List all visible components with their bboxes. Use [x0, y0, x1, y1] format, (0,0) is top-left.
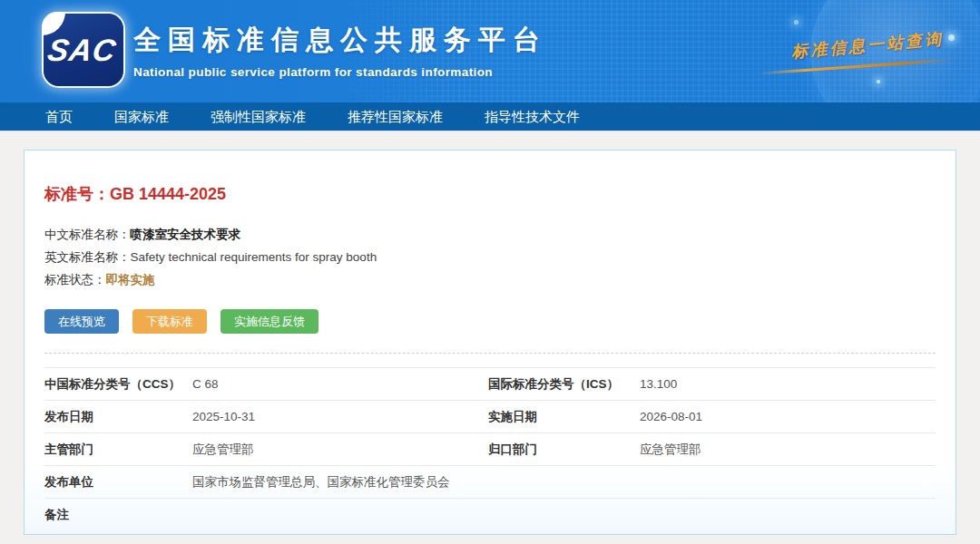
implementation-feedback-button[interactable]: 实施信息反馈 — [220, 309, 318, 334]
site-header: SAC 全国标准信息公共服务平台 National public service… — [0, 0, 980, 102]
globe-glow-dot — [794, 20, 799, 24]
table-row: 主管部门 应急管理部 归口部门 应急管理部 — [44, 433, 936, 466]
cn-name-line: 中文标准名称：喷漆室安全技术要求 — [44, 223, 936, 246]
competent-dept-label: 主管部门 — [44, 442, 192, 458]
status-label: 标准状态： — [44, 273, 106, 287]
site-title-cn: 全国标准信息公共服务平台 — [133, 22, 547, 59]
standard-detail-table: 中国标准分类号（CCS） C 68 国际标准分类号（ICS） 13.100 发布… — [44, 367, 936, 531]
nav-item-home[interactable]: 首页 — [24, 102, 93, 131]
ics-value: 13.100 — [640, 377, 936, 391]
centralized-dept-value: 应急管理部 — [640, 442, 936, 458]
implement-date-value: 2026-08-01 — [640, 410, 936, 423]
publisher-label: 发布单位 — [44, 474, 192, 491]
sac-logo-text: SAC — [44, 33, 122, 68]
table-row: 备注 — [44, 499, 936, 531]
ccs-label: 中国标准分类号（CCS） — [44, 376, 192, 393]
remarks-label: 备注 — [44, 507, 192, 523]
site-title-en: National public service platform for sta… — [133, 65, 547, 79]
online-preview-button[interactable]: 在线预览 — [44, 309, 119, 334]
download-standard-button[interactable]: 下载标准 — [132, 309, 207, 334]
standard-number-value: GB 14444-2025 — [110, 185, 226, 203]
status-badge: 即将实施 — [106, 273, 155, 287]
standard-meta: 中文标准名称：喷漆室安全技术要求 英文标准名称：Safety technical… — [44, 223, 936, 291]
sac-logo[interactable]: SAC — [44, 14, 123, 86]
standard-number-line: 标准号：GB 14444-2025 — [44, 183, 936, 205]
globe-glow-dot — [877, 80, 880, 83]
cn-name-label: 中文标准名称： — [44, 228, 131, 241]
table-row: 发布单位 国家市场监督管理总局、国家标准化管理委员会 — [44, 466, 936, 499]
nav-item-recommended-standards[interactable]: 推荐性国家标准 — [327, 102, 464, 131]
status-line: 标准状态：即将实施 — [44, 268, 936, 291]
standard-number-label: 标准号： — [44, 185, 110, 203]
publisher-value: 国家市场监督管理总局、国家标准化管理委员会 — [192, 474, 936, 491]
implement-date-label: 实施日期 — [488, 409, 640, 425]
competent-dept-value: 应急管理部 — [192, 442, 488, 458]
table-row: 发布日期 2025-10-31 实施日期 2026-08-01 — [44, 401, 936, 433]
nav-item-mandatory-standards[interactable]: 强制性国家标准 — [190, 102, 327, 131]
centralized-dept-label: 归口部门 — [488, 442, 640, 458]
table-row: 中国标准分类号（CCS） C 68 国际标准分类号（ICS） 13.100 — [44, 368, 936, 401]
nav-item-national-standards[interactable]: 国家标准 — [93, 102, 190, 131]
action-buttons: 在线预览 下载标准 实施信息反馈 — [44, 309, 936, 334]
dashed-divider — [44, 353, 936, 354]
site-title-block: 全国标准信息公共服务平台 National public service pla… — [133, 22, 547, 79]
nav-item-guiding-documents[interactable]: 指导性技术文件 — [464, 102, 601, 131]
en-name-label: 英文标准名称： — [44, 250, 131, 264]
cn-name-value: 喷漆室安全技术要求 — [131, 228, 241, 241]
globe-glow-dot — [948, 34, 955, 41]
page-body: 标准号：GB 14444-2025 中文标准名称：喷漆室安全技术要求 英文标准名… — [0, 131, 980, 544]
en-name-value: Safety technical requirements for spray … — [131, 250, 377, 264]
main-nav: 首页 国家标准 强制性国家标准 推荐性国家标准 指导性技术文件 — [0, 102, 980, 131]
en-name-line: 英文标准名称：Safety technical requirements for… — [44, 246, 936, 268]
ccs-value: C 68 — [192, 377, 488, 391]
ics-label: 国际标准分类号（ICS） — [488, 376, 640, 393]
publish-date-label: 发布日期 — [44, 409, 192, 425]
standard-detail-card: 标准号：GB 14444-2025 中文标准名称：喷漆室安全技术要求 英文标准名… — [24, 150, 956, 535]
publish-date-value: 2025-10-31 — [192, 410, 488, 423]
